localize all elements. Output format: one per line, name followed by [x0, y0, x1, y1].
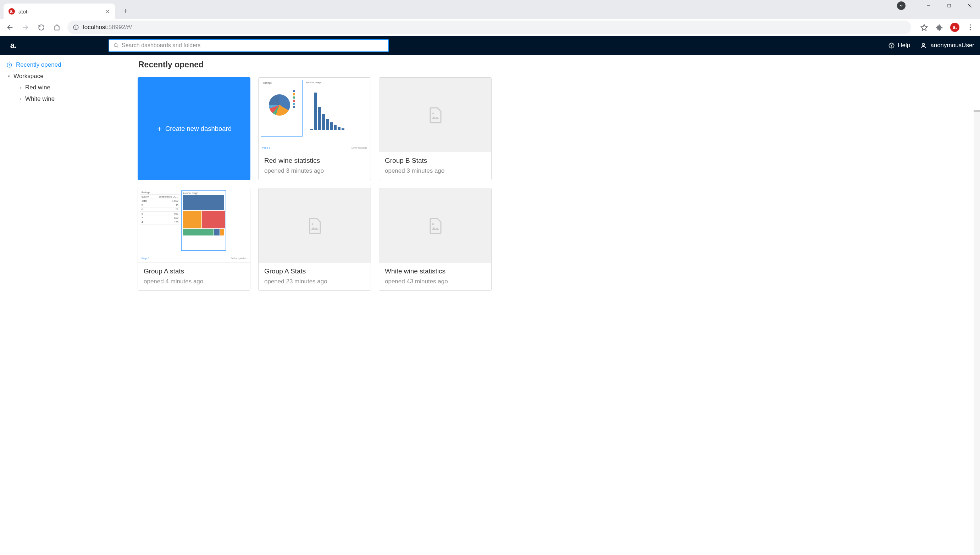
address-bar[interactable]: localhost:58992/#/: [67, 21, 911, 34]
extensions-button[interactable]: [932, 20, 947, 34]
svg-point-21: [922, 43, 925, 45]
search-input[interactable]: [122, 42, 384, 48]
help-button[interactable]: Help: [888, 42, 910, 49]
legend-icon: [293, 90, 302, 109]
dashboard-card[interactable]: White wine statistics opened 43 minutes …: [379, 188, 492, 291]
dashboard-card[interactable]: Group A Stats opened 23 minutes ago: [258, 188, 371, 291]
svg-line-18: [117, 46, 118, 48]
clock-icon: [6, 62, 13, 68]
svg-point-12: [76, 26, 76, 26]
app-body: Recently opened Workspace Red wine White…: [0, 55, 980, 555]
card-footer: White wine statistics opened 43 minutes …: [379, 263, 491, 290]
card-footer: Red wine statistics opened 3 minutes ago: [258, 152, 371, 180]
site-info-button[interactable]: [72, 24, 79, 31]
svg-point-28: [432, 113, 434, 115]
thumb-page-label: Page 1: [141, 257, 149, 260]
user-label: anonymousUser: [930, 42, 974, 49]
browser-back-button[interactable]: [3, 20, 17, 34]
atoti-logo[interactable]: a.: [7, 39, 20, 52]
question-icon: [888, 42, 895, 49]
scrollbar[interactable]: [974, 110, 980, 555]
sidebar-item-white-wine[interactable]: White wine: [13, 93, 126, 104]
svg-point-15: [969, 27, 970, 28]
card-subtitle: opened 3 minutes ago: [385, 167, 486, 175]
window-minimize-button[interactable]: [918, 0, 939, 11]
dashboard-grid: Create new dashboard Ratings: [138, 77, 974, 291]
sidebar-recently-opened[interactable]: Recently opened: [5, 59, 126, 71]
thumb-label: Alcohol range: [183, 192, 224, 194]
bookmark-button[interactable]: [917, 20, 931, 34]
tab-close-button[interactable]: [104, 8, 110, 14]
thumb-page-label: Page 1: [262, 146, 270, 149]
svg-marker-24: [20, 87, 22, 89]
card-title: Group B Stats: [385, 157, 486, 165]
help-label: Help: [898, 42, 910, 49]
browser-toolbar: localhost:58992/#/ a.: [0, 19, 980, 36]
atoti-favicon: a.: [8, 8, 15, 14]
svg-marker-13: [921, 24, 927, 30]
sidebar-item-red-wine[interactable]: Red wine: [13, 82, 126, 93]
arrow-left-icon: [6, 23, 14, 31]
svg-point-30: [432, 223, 434, 225]
url-host: localhost: [83, 24, 107, 30]
close-icon: [967, 3, 972, 8]
browser-tab[interactable]: a. atoti: [3, 3, 115, 19]
create-dashboard-label: Create new dashboard: [165, 125, 232, 133]
star-icon: [921, 24, 928, 31]
user-icon: [920, 42, 927, 49]
card-title: Red wine statistics: [264, 157, 365, 165]
main-content: Recently opened Create new dashboard Rat…: [131, 55, 980, 555]
app-header: a. Help anonymousUser: [0, 36, 980, 55]
sidebar-item-label: Recently opened: [16, 61, 61, 69]
info-icon: [73, 24, 79, 30]
image-placeholder-icon: [427, 106, 444, 124]
card-title: Group A stats: [144, 267, 244, 275]
thumb-label: Ratings: [263, 82, 272, 84]
dashboard-card[interactable]: Ratings Alcohol range: [258, 77, 371, 180]
chevron-down-icon: [899, 3, 903, 8]
svg-point-17: [114, 43, 117, 47]
search-box[interactable]: [109, 39, 389, 52]
dashboard-card[interactable]: Group B Stats opened 3 minutes ago: [379, 77, 492, 180]
browser-profile-icon[interactable]: a.: [950, 23, 959, 32]
browser-toolbar-right: a.: [917, 20, 977, 34]
scrollbar-thumb[interactable]: [974, 110, 980, 112]
plus-icon: [156, 126, 162, 132]
card-footer: Group A stats opened 4 minutes ago: [138, 263, 250, 290]
browser-reload-button[interactable]: [34, 20, 48, 34]
thumb-label: Alcohol range: [306, 81, 321, 84]
browser-forward-button[interactable]: [18, 20, 33, 34]
window-controls: [918, 0, 980, 11]
card-subtitle: opened 43 minutes ago: [385, 278, 486, 285]
browser-menu-button[interactable]: [963, 20, 977, 34]
card-thumbnail: Ratings Alcohol range: [258, 78, 371, 152]
thumb-defer-label: Defer updates: [231, 257, 247, 260]
window-maximize-button[interactable]: [939, 0, 959, 11]
card-thumbnail: [379, 78, 491, 152]
caret-right-icon: [19, 95, 22, 103]
sidebar: Recently opened Workspace Red wine White…: [0, 55, 131, 555]
card-thumbnail: [258, 188, 371, 263]
maximize-icon: [947, 3, 951, 8]
window-close-button[interactable]: [959, 0, 980, 11]
image-placeholder-icon: [306, 217, 323, 234]
create-dashboard-button[interactable]: Create new dashboard: [138, 77, 250, 180]
section-title: Recently opened: [138, 60, 974, 69]
tab-strip: a. atoti: [0, 0, 132, 19]
svg-point-29: [312, 223, 314, 225]
browser-account-icon[interactable]: [897, 2, 906, 10]
user-menu[interactable]: anonymousUser: [920, 42, 974, 49]
dashboard-card[interactable]: Ratings qualitycontributors.CO... Total1…: [138, 188, 250, 291]
sidebar-item-label: Workspace: [13, 73, 43, 80]
card-subtitle: opened 3 minutes ago: [264, 167, 365, 175]
reload-icon: [38, 24, 45, 31]
svg-marker-25: [20, 98, 22, 100]
card-footer: Group A Stats opened 23 minutes ago: [258, 263, 371, 290]
card-thumbnail: Ratings qualitycontributors.CO... Total1…: [138, 188, 250, 263]
sidebar-workspace[interactable]: Workspace: [5, 71, 126, 82]
minimize-icon: [926, 3, 931, 8]
new-tab-button[interactable]: [120, 5, 132, 17]
card-subtitle: opened 23 minutes ago: [264, 278, 365, 285]
browser-home-button[interactable]: [50, 20, 64, 34]
puzzle-icon: [936, 24, 943, 31]
